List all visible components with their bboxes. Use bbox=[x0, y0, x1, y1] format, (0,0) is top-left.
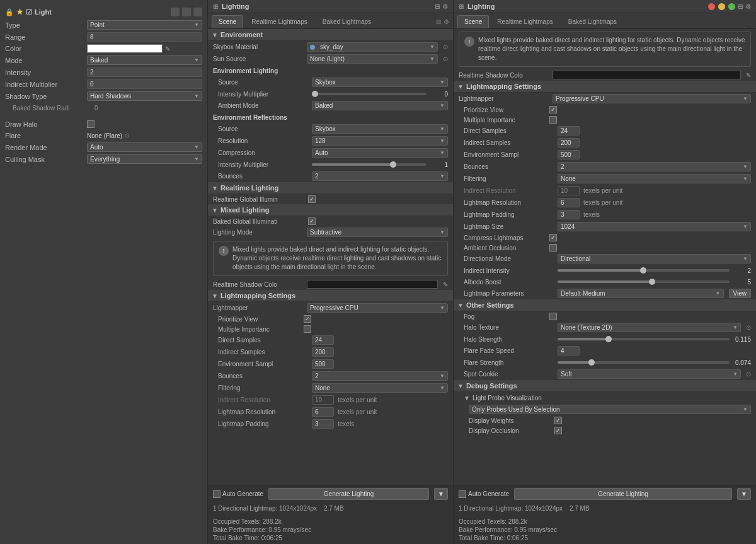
tab-realtime[interactable]: Realtime Lightmaps bbox=[244, 15, 314, 28]
sun-dropdown[interactable]: None (Light) bbox=[307, 54, 438, 64]
lightmap-section-header[interactable]: ▼ Lightmapping Settings bbox=[208, 290, 453, 302]
indirect-value[interactable]: 0 bbox=[87, 79, 202, 89]
skybox-target-icon[interactable]: ⊙ bbox=[443, 43, 448, 50]
right-lm-params-dropdown[interactable]: Default-Medium bbox=[558, 289, 724, 298]
reflect-res-dropdown[interactable]: 128 bbox=[312, 136, 448, 146]
right-lock-icon[interactable]: ⊟ bbox=[738, 3, 743, 10]
reflect-bounces-dropdown[interactable]: 2 bbox=[312, 171, 448, 181]
panel-icon-3[interactable] bbox=[193, 8, 202, 16]
lm-bounces-dropdown[interactable]: 2 bbox=[312, 371, 448, 381]
draw-halo-checkbox[interactable] bbox=[87, 120, 94, 128]
realtime-section-header[interactable]: ▼ Realtime Lighting bbox=[208, 182, 453, 194]
shadow-type-dropdown[interactable]: Hard Shadows bbox=[87, 91, 202, 101]
environment-section-header[interactable]: ▼ Environment bbox=[208, 29, 453, 41]
right-lightmap-section-header[interactable]: ▼ Lightmapping Settings bbox=[454, 81, 756, 93]
right-albedo-slider[interactable]: 5 bbox=[558, 279, 751, 286]
color-swatch[interactable] bbox=[87, 44, 163, 53]
intensity-value[interactable]: 2 bbox=[87, 67, 202, 77]
right-display-weights-checkbox[interactable]: ✓ bbox=[554, 417, 562, 424]
right-lm-prioritize-checkbox[interactable]: ✓ bbox=[549, 106, 557, 113]
skybox-dropdown[interactable]: sky_day bbox=[307, 42, 438, 52]
realtime-global-checkbox[interactable]: ✓ bbox=[308, 195, 316, 203]
right-shadow-edit-icon[interactable]: ✎ bbox=[746, 72, 751, 79]
auto-gen-checkbox[interactable] bbox=[213, 490, 220, 498]
lm-mapper-dropdown[interactable]: Progressive CPU bbox=[307, 303, 448, 313]
right-halo-tex-dropdown[interactable]: None (Texture 2D) bbox=[558, 323, 741, 332]
panel-icon-1[interactable] bbox=[171, 8, 180, 16]
right-lm-filtering-dropdown[interactable]: None bbox=[558, 174, 751, 183]
right-other-section-header[interactable]: ▼ Other Settings bbox=[454, 299, 756, 311]
right-lm-size-dropdown[interactable]: 1024 bbox=[558, 222, 751, 231]
lm-res-value[interactable]: 6 bbox=[312, 407, 334, 417]
right-lm-indirect-value[interactable]: 200 bbox=[558, 138, 580, 148]
culling-dropdown[interactable]: Everything bbox=[87, 154, 202, 164]
right-lm-multiple-checkbox[interactable] bbox=[549, 116, 557, 124]
realtime-shadow-edit-icon[interactable]: ✎ bbox=[443, 281, 448, 288]
right-fog-checkbox[interactable] bbox=[549, 313, 557, 320]
panel-icon-2[interactable] bbox=[182, 8, 191, 16]
lm-env-value[interactable]: 500 bbox=[312, 359, 334, 369]
env-intensity-slider[interactable]: 0 bbox=[312, 91, 448, 98]
middle-tab-icon2[interactable]: ⚙ bbox=[444, 18, 449, 25]
right-view-button[interactable]: View bbox=[729, 289, 752, 298]
lm-prioritize-checkbox[interactable]: ✓ bbox=[304, 315, 311, 323]
right-lm-env-value[interactable]: 500 bbox=[558, 150, 580, 159]
right-max-btn[interactable] bbox=[728, 3, 735, 10]
right-lm-mapper-dropdown[interactable]: Progressive CPU bbox=[553, 94, 751, 103]
right-ambient-occ-checkbox[interactable] bbox=[549, 244, 557, 252]
realtime-shadow-color[interactable] bbox=[307, 280, 438, 289]
mode-dropdown[interactable]: Baked bbox=[87, 55, 202, 65]
right-indirect-int-slider[interactable]: 2 bbox=[558, 267, 751, 274]
right-compress-checkbox[interactable]: ✓ bbox=[549, 234, 557, 241]
right-dir-mode-dropdown[interactable]: Directional bbox=[558, 254, 751, 263]
right-debug-section-header[interactable]: ▼ Debug Settings bbox=[454, 380, 756, 392]
mixed-section-header[interactable]: ▼ Mixed Lighting bbox=[208, 204, 453, 216]
middle-settings-icon[interactable]: ⚙ bbox=[442, 3, 448, 10]
right-flare-fade-value[interactable]: 4 bbox=[558, 346, 580, 356]
right-flare-str-slider[interactable]: 0.074 bbox=[558, 359, 751, 366]
lm-indirect-value[interactable]: 200 bbox=[312, 347, 334, 357]
right-generate-lighting-button[interactable]: Generate Lighting bbox=[514, 488, 732, 500]
right-spot-cookie-dropdown[interactable]: Soft bbox=[558, 369, 741, 379]
env-source-dropdown[interactable]: Skybox bbox=[312, 78, 448, 87]
right-tab-realtime[interactable]: Realtime Lightmaps bbox=[490, 15, 559, 28]
render-mode-dropdown[interactable]: Auto bbox=[87, 142, 202, 152]
flare-circle-icon[interactable]: ⊙ bbox=[125, 132, 130, 139]
right-close-btn[interactable] bbox=[708, 3, 715, 10]
right-lm-res-value[interactable]: 6 bbox=[558, 198, 580, 207]
ambient-dropdown[interactable]: Baked bbox=[312, 101, 448, 110]
right-probe-vis-dropdown[interactable]: Only Probes Used By Selection bbox=[469, 405, 751, 414]
lm-direct-value[interactable]: 24 bbox=[312, 335, 334, 345]
right-tab-baked[interactable]: Baked Lightmaps bbox=[561, 15, 624, 28]
tab-scene[interactable]: Scene bbox=[212, 15, 243, 28]
reflect-intensity-slider[interactable]: 1 bbox=[312, 161, 448, 168]
right-tab-scene[interactable]: Scene bbox=[457, 15, 489, 28]
reflect-source-dropdown[interactable]: Skybox bbox=[312, 124, 448, 134]
right-halo-str-slider[interactable]: 0.115 bbox=[558, 336, 751, 343]
right-settings-icon[interactable]: ⚙ bbox=[745, 3, 751, 10]
right-realtime-shadow-color[interactable] bbox=[553, 71, 741, 79]
tab-baked[interactable]: Baked Lightmaps bbox=[316, 15, 378, 28]
right-display-occ-checkbox[interactable]: ✓ bbox=[554, 427, 562, 434]
right-lm-bounces-dropdown[interactable]: 2 bbox=[558, 162, 751, 171]
right-min-btn[interactable] bbox=[718, 3, 725, 10]
lighting-mode-dropdown[interactable]: Subtractive bbox=[307, 228, 448, 237]
color-edit-icon[interactable]: ✎ bbox=[165, 45, 170, 52]
reflect-compress-dropdown[interactable]: Auto bbox=[312, 148, 448, 158]
lm-filtering-dropdown[interactable]: None bbox=[312, 383, 448, 393]
baked-global-checkbox[interactable]: ✓ bbox=[308, 217, 316, 225]
generate-lighting-arrow-button[interactable]: ▼ bbox=[434, 488, 448, 500]
right-halo-tex-circle-icon[interactable]: ⊙ bbox=[746, 324, 751, 331]
type-dropdown[interactable]: Point bbox=[87, 20, 202, 30]
range-value[interactable]: 8 bbox=[87, 32, 202, 42]
right-generate-lighting-arrow-button[interactable]: ▼ bbox=[737, 488, 751, 500]
lm-multiple-checkbox[interactable] bbox=[304, 325, 311, 333]
lm-padding-value[interactable]: 3 bbox=[312, 419, 334, 429]
right-lm-padding-value[interactable]: 3 bbox=[558, 210, 580, 219]
right-lm-direct-value[interactable]: 24 bbox=[558, 126, 580, 136]
middle-tab-icon1[interactable]: ⊟ bbox=[436, 18, 441, 25]
right-auto-gen-checkbox[interactable] bbox=[459, 490, 466, 498]
middle-lock-icon[interactable]: ⊟ bbox=[435, 3, 440, 10]
sun-target-icon[interactable]: ⊙ bbox=[443, 55, 448, 62]
right-spot-circle-icon[interactable]: ⊙ bbox=[746, 371, 751, 378]
